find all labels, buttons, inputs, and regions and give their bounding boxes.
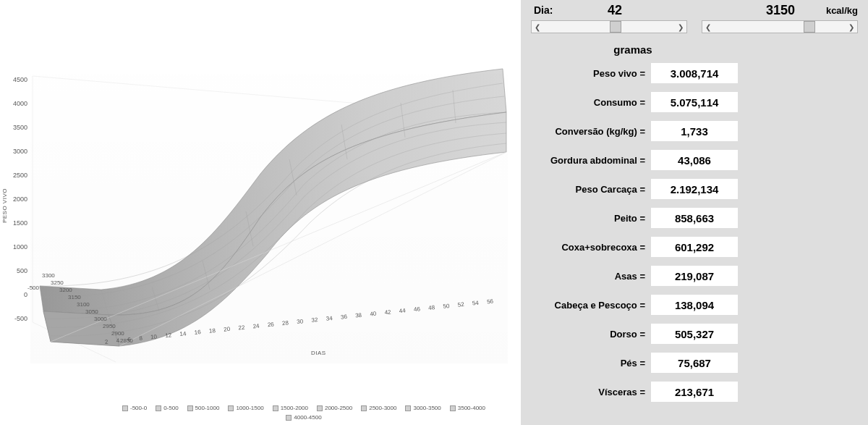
dia-slider[interactable]: ❮ ❯ xyxy=(531,20,687,33)
row-value: 505,327 xyxy=(651,324,738,344)
tick: 40 xyxy=(370,311,377,318)
row-label: Consumo = xyxy=(535,97,651,108)
tick: 2950 xyxy=(103,323,116,329)
result-row: Consumo =5.075,114 xyxy=(535,92,861,112)
tick: 46 xyxy=(414,306,421,313)
legend-item: 0-500 xyxy=(156,405,178,411)
surface-plot xyxy=(0,43,521,391)
tick: 18 xyxy=(209,327,216,334)
tick: 48 xyxy=(428,304,435,311)
row-label: Conversão (kg/kg) = xyxy=(535,126,651,137)
tick: 24 xyxy=(252,323,260,330)
tick: 16 xyxy=(194,329,201,336)
result-row: Peso vivo =3.008,714 xyxy=(535,63,861,83)
legend-label: 1500-2000 xyxy=(281,405,308,411)
dia-label: Dia: xyxy=(528,4,571,16)
result-row: Dorso =505,327 xyxy=(535,324,861,344)
tick: 8 xyxy=(139,335,142,342)
tick: 44 xyxy=(399,307,406,314)
dia-value: 42 xyxy=(571,3,658,18)
legend-item: 2000-2500 xyxy=(317,405,352,411)
legend-label: 1000-1500 xyxy=(236,405,263,411)
legend-item: 2500-3000 xyxy=(361,405,396,411)
row-label: Cabeça e Pescoço = xyxy=(535,300,651,311)
row-label: Peito = xyxy=(535,213,651,224)
row-value: 43,086 xyxy=(651,150,738,170)
results-panel: Dia: 42 3150 kcal/kg ❮ ❯ ❮ ❯ gramas Peso… xyxy=(521,0,868,425)
tick: -500 xyxy=(27,285,39,291)
row-label: Gordura abdominal = xyxy=(535,155,651,166)
tick: 2850 xyxy=(120,337,133,344)
row-label: Asas = xyxy=(535,271,651,282)
legend-item: 3000-3500 xyxy=(405,405,441,411)
chart-legend: -500-0 0-500 500-1000 1000-1500 1500-200… xyxy=(101,405,506,421)
swatch-icon xyxy=(228,405,234,411)
swatch-icon xyxy=(317,405,323,411)
tick: 10 xyxy=(150,333,158,340)
row-label: Peso vivo = xyxy=(535,68,651,79)
result-row: Asas =219,087 xyxy=(535,266,861,286)
result-row: Conversão (kg/kg) =1,733 xyxy=(535,121,861,141)
row-value: 1,733 xyxy=(651,121,738,141)
result-row: Peito =858,663 xyxy=(535,208,861,228)
energy-unit: kcal/kg xyxy=(820,5,861,16)
tick: 26 xyxy=(267,321,274,328)
results-list: Peso vivo =3.008,714 Consumo =5.075,114 … xyxy=(528,63,861,402)
row-value: 858,663 xyxy=(651,208,738,228)
unit-header: gramas xyxy=(528,43,738,56)
tick: 3000 xyxy=(94,316,107,322)
row-value: 213,671 xyxy=(651,382,738,402)
legend-label: 500-1000 xyxy=(195,405,220,411)
slider-thumb[interactable] xyxy=(804,21,815,33)
tick: 50 xyxy=(443,303,450,310)
tick: 2 xyxy=(105,339,109,345)
tick: 3050 xyxy=(85,308,98,315)
slider-thumb[interactable] xyxy=(610,21,621,33)
energy-slider[interactable]: ❮ ❯ xyxy=(702,20,858,33)
result-row: Cabeça e Pescoço =138,094 xyxy=(535,295,861,315)
x-axis-label: DIAS xyxy=(311,350,326,356)
legend-label: 0-500 xyxy=(163,405,178,411)
row-value: 2.192,134 xyxy=(651,179,738,199)
tick: 12 xyxy=(165,332,172,339)
tick: 28 xyxy=(282,319,289,327)
chevron-left-icon[interactable]: ❮ xyxy=(535,23,540,31)
energy-value: 3150 xyxy=(741,3,820,18)
row-label: Coxa+sobrecoxa = xyxy=(535,242,651,253)
swatch-icon xyxy=(156,405,161,411)
legend-label: 3000-3500 xyxy=(413,405,441,411)
tick: 54 xyxy=(472,300,479,307)
row-value: 5.075,114 xyxy=(651,92,738,112)
tick: 30 xyxy=(297,318,304,325)
row-value: 601,292 xyxy=(651,237,738,257)
swatch-icon xyxy=(361,405,367,411)
legend-label: 2000-2500 xyxy=(325,405,352,411)
legend-item: 1500-2000 xyxy=(273,405,308,411)
chevron-left-icon[interactable]: ❮ xyxy=(705,23,711,31)
tick: 22 xyxy=(238,324,245,332)
tick: 32 xyxy=(311,316,318,324)
legend-item: -500-0 xyxy=(122,405,147,411)
legend-item: 3500-4000 xyxy=(450,405,485,411)
swatch-icon xyxy=(405,405,411,411)
chevron-right-icon[interactable]: ❯ xyxy=(848,23,854,31)
tick: 3300 xyxy=(42,272,55,279)
tick: 2900 xyxy=(111,330,124,337)
tick: 3150 xyxy=(68,294,81,300)
tick: 14 xyxy=(179,330,187,337)
legend-label: 2500-3000 xyxy=(369,405,396,411)
legend-item: 4000-4500 xyxy=(286,414,321,421)
legend-label: 3500-4000 xyxy=(458,405,485,411)
chevron-right-icon[interactable]: ❯ xyxy=(678,23,684,31)
tick: 3100 xyxy=(77,301,90,308)
tick: 42 xyxy=(384,308,391,316)
swatch-icon xyxy=(450,405,456,411)
tick: 36 xyxy=(340,314,347,321)
result-row: Peso Carcaça =2.192,134 xyxy=(535,179,861,199)
legend-label: 4000-4500 xyxy=(294,414,321,421)
swatch-icon xyxy=(273,405,278,411)
row-value: 138,094 xyxy=(651,295,738,315)
tick: 3250 xyxy=(51,279,64,286)
legend-item: 1000-1500 xyxy=(228,405,263,411)
result-row: Gordura abdominal =43,086 xyxy=(535,150,861,170)
